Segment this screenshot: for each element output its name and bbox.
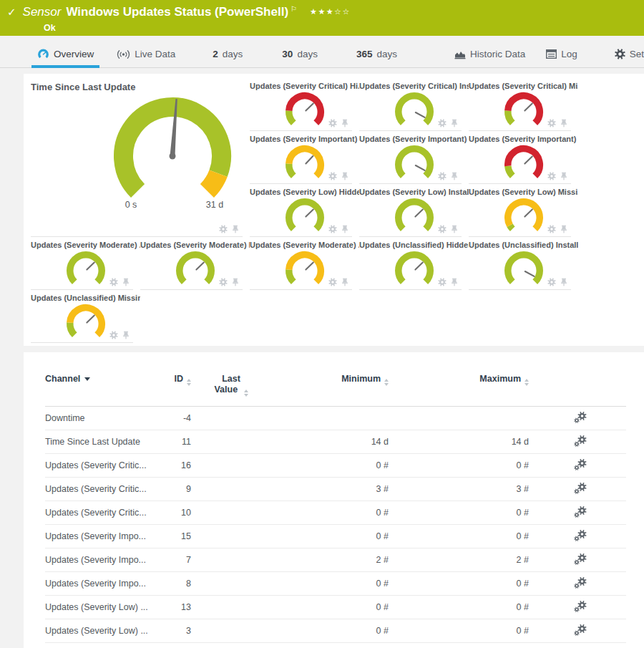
tab-365-days[interactable]: 365days — [355, 49, 399, 67]
gear-icon[interactable] — [219, 225, 228, 233]
gauge-tile-time-since-last-update: Time Since Last Update 0 s31 d — [31, 81, 250, 240]
channel-id-cell: 13 — [163, 596, 195, 619]
pin-icon[interactable] — [450, 119, 459, 127]
gauges-panel: Time Since Last Update 0 s31 d Updates (… — [24, 74, 644, 346]
gauge-tile: Updates (Severity Moderate) ... — [31, 240, 140, 293]
pin-icon[interactable] — [560, 119, 568, 127]
channel-name-cell[interactable]: Time Since Last Update — [45, 430, 163, 454]
channel-settings-gears-icon[interactable] — [574, 577, 587, 589]
table-row: Updates (Severity Critic...160 #0 # — [45, 454, 626, 478]
gauge-tile: Updates (Severity Low) Install... — [359, 187, 469, 240]
gear-icon[interactable] — [547, 278, 556, 286]
tab-overview[interactable]: Overview — [36, 49, 95, 67]
channel-last-value-cell — [195, 454, 267, 478]
gear-icon[interactable] — [438, 119, 447, 127]
gear-icon[interactable] — [438, 172, 447, 180]
gauge-title: Updates (Severity Critical) Mi... — [469, 81, 578, 91]
pin-icon[interactable] — [341, 278, 349, 286]
tab-2-days[interactable]: 2days — [211, 49, 244, 67]
gear-icon[interactable] — [109, 331, 118, 339]
channel-settings-gears-icon[interactable] — [574, 412, 587, 423]
gear-icon[interactable] — [547, 172, 556, 180]
channel-settings-gears-icon[interactable] — [574, 435, 587, 447]
gear-icon[interactable] — [328, 225, 337, 233]
pin-icon[interactable] — [560, 172, 568, 180]
channel-name-cell[interactable]: Updates (Severity Impo... — [45, 572, 163, 596]
channel-id-cell: 11 — [163, 430, 195, 454]
gear-icon[interactable] — [547, 225, 556, 233]
channel-settings-gears-icon[interactable] — [574, 553, 587, 565]
pin-icon[interactable] — [450, 172, 459, 180]
column-header-maximum[interactable]: Maximum — [389, 374, 529, 407]
gear-icon[interactable] — [438, 225, 447, 233]
channel-name-cell[interactable]: Updates (Severity Impo... — [45, 525, 163, 548]
prtg-sensor-page: ✓ Sensor Windows Updates Status (PowerSh… — [0, 0, 644, 648]
tab-historic-data[interactable]: Historic Data — [453, 49, 527, 67]
channel-minimum-cell: 0 # — [267, 525, 389, 548]
gear-icon[interactable] — [547, 119, 556, 127]
channel-last-value-cell — [195, 619, 267, 643]
channel-name-cell[interactable]: Updates (Severity Critic... — [45, 501, 163, 525]
gauge-tile: Updates (Unclassified) Hidden — [359, 240, 469, 293]
gear-icon[interactable] — [438, 278, 447, 286]
column-header-channel[interactable]: Channel — [45, 374, 163, 407]
priority-flag-icon[interactable]: ⚐ — [291, 5, 297, 13]
tab-label: Log — [561, 49, 577, 59]
priority-stars[interactable]: ★★★☆☆ — [310, 7, 351, 16]
tab-live-data[interactable]: Live Data — [115, 49, 177, 67]
channel-name-cell[interactable]: Updates (Severity Low) ... — [45, 619, 163, 643]
gear-icon[interactable] — [219, 278, 228, 286]
pin-icon[interactable] — [231, 225, 240, 233]
pin-icon[interactable] — [122, 331, 130, 339]
tab-settings[interactable]: Settings — [613, 49, 644, 67]
broadcast-icon — [117, 49, 130, 59]
column-header-minimum[interactable]: Minimum — [267, 374, 389, 407]
sort-arrows-icon — [244, 390, 248, 397]
column-header-id[interactable]: ID — [163, 374, 195, 407]
pin-icon[interactable] — [122, 278, 130, 286]
channel-minimum-cell — [267, 407, 389, 430]
channel-name-cell[interactable]: Updates (Severity Critic... — [45, 478, 163, 501]
channel-minimum-cell: 0 # — [267, 596, 389, 619]
pin-icon[interactable] — [341, 225, 349, 233]
pin-icon[interactable] — [231, 278, 240, 286]
sort-arrows-icon — [384, 379, 389, 386]
gauge-title: Updates (Severity Important) ... — [469, 134, 578, 144]
pin-icon[interactable] — [450, 225, 459, 233]
column-header-actions — [529, 374, 626, 407]
channel-id-cell: -4 — [163, 407, 195, 430]
gear-icon[interactable] — [328, 278, 337, 286]
tab-log[interactable]: Log — [545, 49, 579, 67]
gear-icon[interactable] — [328, 172, 337, 180]
channel-settings-gears-icon[interactable] — [574, 601, 587, 612]
channel-settings-gears-icon[interactable] — [574, 530, 587, 541]
gauge-tile: Updates (Severity Moderate) I... — [140, 240, 250, 293]
channel-name-cell[interactable]: Downtime — [45, 407, 163, 430]
gauge-title: Updates (Severity Low) Install... — [359, 187, 469, 197]
channel-settings-gears-icon[interactable] — [574, 483, 587, 494]
pin-icon[interactable] — [341, 172, 349, 180]
tab-label: Overview — [54, 49, 94, 59]
channel-id-cell: 8 — [163, 572, 195, 596]
channel-settings-gears-icon[interactable] — [574, 506, 587, 518]
pin-icon[interactable] — [560, 225, 568, 233]
pin-icon[interactable] — [450, 278, 459, 286]
column-header-last-value[interactable]: LastValue — [195, 374, 267, 407]
gauge-title: Updates (Severity Important) ... — [250, 134, 359, 144]
tab-30-days[interactable]: 30days — [280, 49, 319, 67]
channel-name-cell[interactable]: Updates (Severity Impo... — [45, 548, 163, 572]
gauge-title: Updates (Severity Moderate) I... — [140, 240, 250, 250]
channel-name-cell[interactable]: Updates (Severity Low) ... — [45, 596, 163, 619]
gauge-tile: Updates (Severity Critical) Ins... — [359, 81, 469, 134]
pin-icon[interactable] — [341, 119, 349, 127]
tab-label: days — [223, 49, 243, 59]
gear-icon[interactable] — [328, 119, 337, 127]
channel-settings-gears-icon[interactable] — [574, 624, 587, 636]
channel-name-cell[interactable]: Updates (Severity Critic... — [45, 454, 163, 478]
gear-icon[interactable] — [109, 278, 118, 286]
channel-settings-gears-icon[interactable] — [574, 459, 587, 470]
table-row: Updates (Severity Impo...150 #0 # — [45, 525, 626, 548]
gauge-tile: Updates (Unclassified) Missing — [31, 293, 140, 346]
pin-icon[interactable] — [560, 278, 568, 286]
channel-minimum-cell: 0 # — [267, 619, 389, 643]
